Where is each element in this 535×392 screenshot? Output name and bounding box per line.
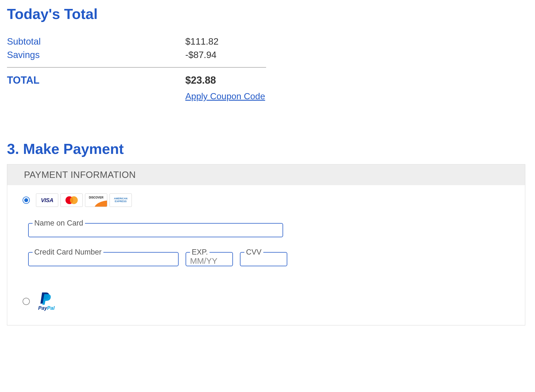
name-on-card-fieldset: Name on Card [28,219,283,237]
savings-row: Savings -$87.94 [7,50,266,60]
exp-label: EXP. [190,248,210,256]
cc-number-label: Credit Card Number [33,248,103,256]
payment-panel-body: VISA DISCOVER AMERICANEXPRESS Name o [7,185,525,325]
card-logos: VISA DISCOVER AMERICANEXPRESS [36,193,132,207]
cc-number-input[interactable] [33,256,174,266]
cc-number-fieldset: Credit Card Number [28,248,179,266]
cvv-input[interactable] [244,256,283,266]
cvv-label: CVV [244,248,263,256]
visa-icon: VISA [36,193,58,207]
name-on-card-label: Name on Card [33,219,85,227]
discover-icon: DISCOVER [85,193,107,207]
coupon-row: Apply Coupon Code [185,91,266,101]
credit-card-method-row: VISA DISCOVER AMERICANEXPRESS [23,193,510,207]
credit-card-radio[interactable] [23,197,30,204]
todays-total-heading: Today's Total [7,6,528,22]
make-payment-heading: 3. Make Payment [7,141,528,157]
apply-coupon-link[interactable]: Apply Coupon Code [185,91,265,101]
mastercard-icon [60,193,83,207]
name-on-card-input[interactable] [33,227,279,237]
payment-info-header: PAYMENT INFORMATION [7,164,525,185]
paypal-icon: PayPal [38,291,55,311]
payment-panel: PAYMENT INFORMATION VISA DISCOVER [7,164,525,325]
subtotal-row: Subtotal $111.82 [7,36,266,47]
subtotal-value: $111.82 [185,36,218,47]
cvv-fieldset: CVV [240,248,287,266]
savings-value: -$87.94 [185,50,217,60]
amex-icon: AMERICANEXPRESS [110,193,132,207]
visa-label: VISA [41,197,54,204]
total-row: TOTAL $23.88 [7,74,266,86]
paypal-label: PayPal [38,305,55,311]
totals-table: Subtotal $111.82 Savings -$87.94 TOTAL $… [7,36,266,101]
savings-label: Savings [7,50,185,60]
paypal-method-row: PayPal [23,291,510,311]
discover-label: DISCOVER [85,196,107,199]
exp-fieldset: EXP. [186,248,233,266]
total-label: TOTAL [7,74,185,86]
card-fields: Name on Card Credit Card Number EXP. CVV [23,219,510,266]
totals-divider [7,67,266,67]
paypal-radio[interactable] [23,298,30,305]
subtotal-label: Subtotal [7,36,185,47]
amex-label: AMERICANEXPRESS [114,197,128,203]
exp-input[interactable] [190,256,228,266]
total-value: $23.88 [185,74,216,86]
cc-row: Credit Card Number EXP. CVV [28,248,510,266]
